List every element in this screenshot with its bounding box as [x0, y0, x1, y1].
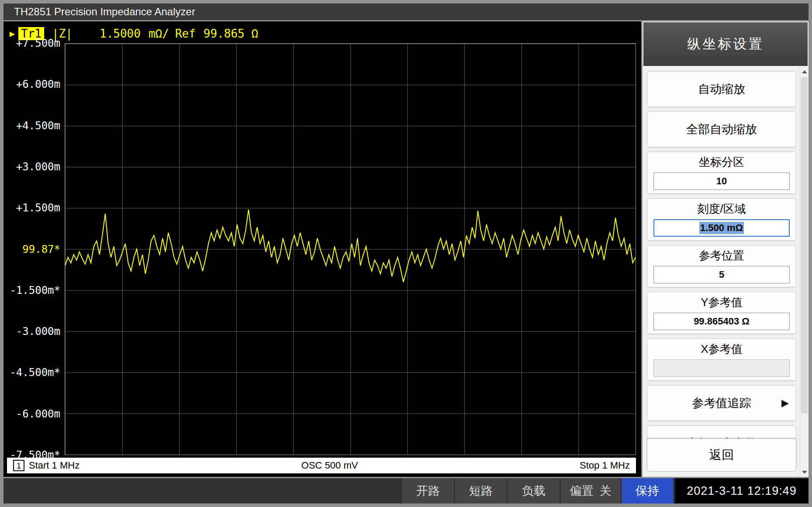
trace-ref-label: Ref: [175, 27, 196, 40]
divisions-input[interactable]: 10: [653, 172, 790, 190]
sidebar-body: 自动缩放 全部自动缩放 坐标分区 10 刻度/区域 1.500 mΩ 参考位置: [643, 67, 809, 477]
sweep-start: Start 1 MHz: [29, 460, 79, 471]
bottom-bar: 开路 短路 负载 偏置 关 保持 2021-3-11 12:19:49: [3, 478, 809, 504]
y-axis-labels: +7.500m +6.000m +4.500m +3.000m +1.500m …: [7, 43, 65, 455]
short-circuit-button[interactable]: 短路: [455, 478, 507, 504]
y-tick-reference: 99.87*: [22, 243, 60, 255]
sweep-info-bar: 1 Start 1 MHz OSC 500 mV Stop 1 MHz: [7, 458, 636, 473]
selected-text: 1.500 mΩ: [699, 222, 744, 234]
bias-button[interactable]: 偏置 关: [561, 478, 620, 504]
plot-row: +7.500m +6.000m +4.500m +3.000m +1.500m …: [7, 43, 636, 455]
sidebar-menu: 自动缩放 全部自动缩放 坐标分区 10 刻度/区域 1.500 mΩ 参考位置: [647, 67, 796, 477]
reference-track-label: 参考值追踪: [692, 395, 751, 411]
auto-scale-all-button[interactable]: 全部自动缩放: [647, 111, 796, 147]
sweep-stop: Stop 1 MHz: [580, 460, 630, 471]
scrollbar-track[interactable]: [800, 76, 809, 467]
hold-button[interactable]: 保持: [622, 478, 673, 504]
scroll-down-button[interactable]: [800, 467, 809, 477]
back-button[interactable]: 返回: [647, 438, 796, 472]
divisions-group[interactable]: 坐标分区 10: [647, 152, 796, 194]
trace-header: ▶ Tr1 |Z| 1.5000 mΩ/ Ref 99.865 Ω: [7, 24, 636, 43]
y-tick: -1.500m*: [10, 284, 60, 297]
scrollbar-thumb[interactable]: [801, 77, 808, 414]
open-circuit-button[interactable]: 开路: [402, 478, 454, 504]
sidebar: 纵坐标设置 自动缩放 全部自动缩放 坐标分区 10 刻度/区域 1.500 mΩ: [643, 21, 809, 477]
y-tick: +1.500m: [16, 202, 60, 214]
x-reference-label: X参考值: [701, 342, 742, 356]
clock: 2021-3-11 12:19:49: [675, 478, 809, 504]
y-tick: -7.500m*: [10, 449, 60, 461]
active-trace-arrow-icon: ▶: [10, 28, 15, 39]
y-reference-input[interactable]: 99.865403 Ω: [653, 313, 790, 330]
trace-line: [65, 44, 636, 455]
scale-per-division-label: 刻度/区域: [697, 202, 746, 216]
trace-ref-value: 99.865 Ω: [204, 27, 258, 40]
content-row: ▶ Tr1 |Z| 1.5000 mΩ/ Ref 99.865 Ω +7.500…: [3, 21, 809, 477]
title-bar: TH2851 Precision Impedance Analyzer: [3, 3, 809, 20]
divisions-label: 坐标分区: [699, 155, 744, 169]
sidebar-title: 纵坐标设置: [643, 22, 808, 66]
bottom-bar-spacer: [3, 478, 401, 504]
scale-per-division-input[interactable]: 1.500 mΩ: [653, 219, 790, 237]
right-arrow-icon: ▶: [781, 397, 789, 409]
scroll-up-button[interactable]: [800, 67, 809, 76]
reference-position-input[interactable]: 5: [653, 266, 790, 283]
bias-label: 偏置: [570, 483, 594, 499]
chevron-down-icon: [802, 471, 807, 474]
chevron-up-icon: [802, 70, 807, 73]
reference-track-button[interactable]: 参考值追踪 ▶: [647, 385, 796, 421]
window-title: TH2851 Precision Impedance Analyzer: [14, 6, 195, 18]
load-button[interactable]: 负载: [508, 478, 560, 504]
auto-scale-button[interactable]: 自动缩放: [647, 71, 796, 107]
y-tick: +6.000m: [16, 78, 60, 90]
trace-scale-value: 1.5000: [100, 27, 141, 40]
channel-indicator: 1: [13, 460, 24, 471]
y-tick: +4.500m: [16, 120, 60, 132]
plot-area: [65, 43, 636, 455]
y-tick: -4.500m*: [10, 366, 60, 379]
osc-level: OSC 500 mV: [79, 460, 580, 471]
x-reference-group[interactable]: X参考值: [647, 338, 796, 381]
trace-scale-unit: mΩ/: [149, 27, 169, 40]
chart-region: ▶ Tr1 |Z| 1.5000 mΩ/ Ref 99.865 Ω +7.500…: [3, 21, 641, 477]
y-tick: -6.000m: [16, 408, 60, 420]
y-reference-group[interactable]: Y参考值 99.865403 Ω: [647, 292, 796, 334]
bias-state: 关: [600, 483, 612, 499]
y-tick: -3.000m: [16, 325, 60, 338]
app-window: TH2851 Precision Impedance Analyzer ▶ Tr…: [0, 0, 812, 507]
y-tick: +7.500m: [16, 37, 60, 49]
x-reference-input[interactable]: [653, 359, 790, 377]
reference-position-group[interactable]: 参考位置 5: [647, 245, 796, 287]
sidebar-scrollbar[interactable]: [800, 67, 809, 477]
y-reference-label: Y参考值: [701, 295, 742, 310]
y-tick: +3.000m: [16, 161, 60, 173]
reference-position-label: 参考位置: [699, 248, 744, 263]
scale-per-division-group[interactable]: 刻度/区域 1.500 mΩ: [647, 198, 796, 241]
